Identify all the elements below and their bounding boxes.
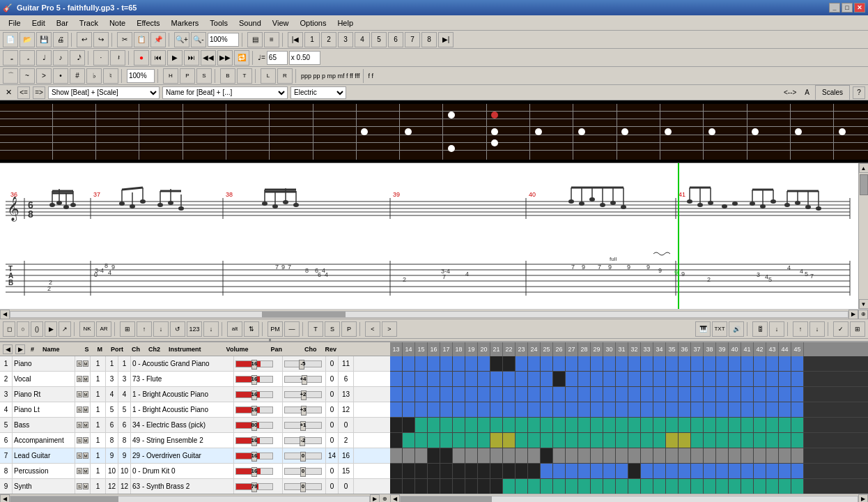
seq-cell[interactable] [428, 479, 440, 494]
seq-cell[interactable] [516, 433, 528, 448]
seq-cell[interactable] [754, 356, 766, 372]
seq-cell[interactable] [779, 387, 791, 402]
seq-cell[interactable] [754, 479, 766, 494]
seq-cell[interactable] [766, 418, 779, 433]
seq-cell[interactable] [553, 479, 566, 494]
seq-cell[interactable] [403, 448, 415, 464]
seq-cell[interactable] [704, 448, 716, 464]
seq-cell[interactable] [766, 433, 779, 448]
play-button[interactable]: ▶ [167, 50, 183, 66]
seq-cell[interactable] [779, 372, 791, 387]
tl-hscroll-right[interactable]: ▶ [370, 494, 380, 503]
seq-cell[interactable] [779, 448, 791, 464]
seq-cell[interactable] [403, 479, 415, 494]
seq-cell[interactable] [390, 387, 403, 402]
seq-cell[interactable] [478, 464, 490, 479]
seq-cell[interactable] [453, 418, 465, 433]
seq-cell[interactable] [741, 356, 754, 372]
seq-cell[interactable] [428, 418, 440, 433]
seq-cell[interactable] [653, 387, 666, 402]
bt-mix2-button[interactable]: ↓ [769, 321, 784, 337]
seq-cell[interactable] [440, 387, 453, 402]
rewind-button[interactable]: ⏮ [150, 50, 166, 66]
seq-cell[interactable] [390, 448, 403, 464]
seq-cell[interactable] [490, 448, 503, 464]
seq-cell[interactable] [465, 464, 478, 479]
note-duration-quarter[interactable]: ♩ [36, 50, 52, 66]
track-row[interactable]: 9 Synth S M 1 12 12 63 - Synth Brass 2 7… [0, 479, 390, 494]
seq-cell[interactable] [766, 372, 779, 387]
seq-cell[interactable] [465, 387, 478, 402]
seq-cell[interactable] [566, 479, 578, 494]
seq-cell[interactable] [578, 464, 591, 479]
seq-cell[interactable] [503, 356, 516, 372]
note-duration-whole[interactable]: 𝅝 [3, 50, 18, 66]
percent-input[interactable] [127, 69, 155, 83]
menu-file[interactable]: File [3, 17, 26, 29]
seq-cell[interactable] [641, 356, 653, 372]
seq-cell[interactable] [440, 479, 453, 494]
seq-cell[interactable] [390, 356, 403, 372]
back-button[interactable]: ◀◀ [201, 50, 216, 66]
seq-cell[interactable] [478, 402, 490, 418]
seq-cell[interactable] [628, 433, 641, 448]
seq-cell[interactable] [653, 433, 666, 448]
seq-cell[interactable] [541, 402, 553, 418]
seq-cell[interactable] [478, 356, 490, 372]
seq-cell[interactable] [616, 372, 628, 387]
seq-cell[interactable] [428, 464, 440, 479]
bt-txt-button[interactable]: T [308, 321, 323, 337]
seq-cell[interactable] [415, 448, 428, 464]
hscroll-right-arrow[interactable]: ▶ [848, 310, 858, 319]
seq-cell[interactable] [603, 418, 616, 433]
seq-cell[interactable] [666, 479, 679, 494]
mute-btn[interactable]: M [83, 483, 88, 489]
seq-cell[interactable] [741, 433, 754, 448]
seq-cell[interactable] [616, 356, 628, 372]
seq-cell[interactable] [766, 356, 779, 372]
minimize-button[interactable]: _ [829, 3, 840, 13]
seq-cell[interactable] [578, 402, 591, 418]
bt-arp-button[interactable]: ↓ [203, 321, 219, 337]
seq-cell[interactable] [516, 448, 528, 464]
seq-cell[interactable] [528, 448, 541, 464]
seq-cell[interactable] [453, 464, 465, 479]
seq-cell[interactable] [666, 402, 679, 418]
track-row[interactable]: 1 Piano S M 1 1 1 0 - Acoustic Grand Pia… [0, 356, 390, 372]
fretboard-name-select[interactable]: Name for [Beat] + [...] [162, 86, 288, 99]
seq-cell[interactable] [503, 372, 516, 387]
menu-effects[interactable]: Effects [131, 17, 165, 29]
new-button[interactable]: 📄 [3, 32, 18, 47]
seq-cell[interactable] [516, 372, 528, 387]
hscroll-left-arrow[interactable]: ◀ [0, 310, 10, 319]
bt-arrow-button[interactable]: ↗ [59, 321, 71, 337]
bt-nk-button[interactable]: NK [79, 321, 95, 337]
seq-cell[interactable] [440, 402, 453, 418]
seq-cell[interactable] [628, 479, 641, 494]
fast-fwd-button[interactable]: ⏭ [184, 50, 199, 66]
bt-pick-button[interactable]: ⇅ [244, 321, 259, 337]
seq-cell[interactable] [453, 387, 465, 402]
seq-cell[interactable] [528, 479, 541, 494]
seq-cell[interactable] [653, 479, 666, 494]
seq-cell[interactable] [666, 387, 679, 402]
seq-cell[interactable] [729, 433, 741, 448]
seq-cell[interactable] [603, 372, 616, 387]
track-row[interactable]: 4 Piano Lt S M 1 5 5 1 - Bright Acoustic… [0, 402, 390, 418]
seq-cell[interactable] [779, 479, 791, 494]
solo-btn[interactable]: S [77, 483, 82, 489]
seq-cell[interactable] [653, 418, 666, 433]
menu-options[interactable]: Options [295, 17, 332, 29]
seq-hscroll-track[interactable] [400, 496, 858, 503]
scales-button[interactable]: Scales [815, 85, 850, 100]
seq-cell[interactable] [791, 418, 804, 433]
mute-btn[interactable]: M [83, 452, 88, 459]
seq-cell[interactable] [766, 387, 779, 402]
seq-cell[interactable] [754, 402, 766, 418]
seq-cell[interactable] [440, 448, 453, 464]
seq-cell[interactable] [641, 372, 653, 387]
seq-cell[interactable] [679, 402, 691, 418]
seq-cell[interactable] [766, 479, 779, 494]
scroll-up-arrow[interactable]: ▲ [859, 163, 869, 173]
seq-cell[interactable] [528, 387, 541, 402]
